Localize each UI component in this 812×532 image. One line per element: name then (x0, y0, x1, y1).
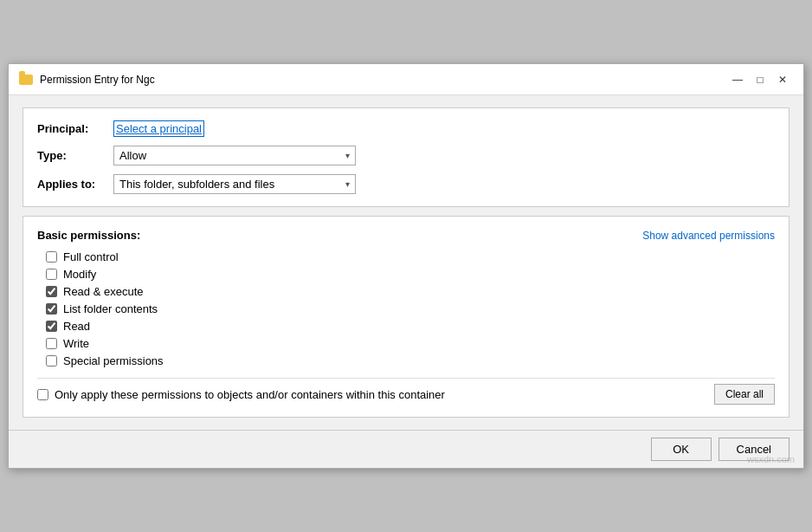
watermark: wsxdn.com (747, 454, 795, 464)
checkbox-modify[interactable] (46, 269, 57, 280)
ok-button[interactable]: OK (651, 438, 712, 461)
checkbox-label-read-execute: Read & execute (63, 285, 144, 298)
checkbox-read[interactable] (46, 321, 57, 332)
type-value: Allow (119, 149, 146, 162)
type-label: Type: (37, 149, 106, 162)
checkbox-label-list-folder-contents: List folder contents (63, 302, 158, 315)
checkbox-read-execute[interactable] (46, 286, 57, 297)
principal-row: Principal: Select a principal (37, 120, 775, 137)
only-apply-row: Only apply these permissions to objects … (37, 388, 445, 401)
permissions-title: Basic permissions: (37, 229, 140, 242)
footer-area: OK Cancel wsxdn.com (9, 430, 803, 468)
checkbox-item-full-control[interactable]: Full control (46, 250, 775, 263)
checkbox-label-special-permissions: Special permissions (63, 354, 164, 367)
permission-entry-dialog: Permission Entry for Ngc — □ ✕ Principal… (8, 63, 804, 469)
permissions-section: Basic permissions: Show advanced permiss… (23, 216, 789, 418)
bottom-row: Only apply these permissions to objects … (37, 378, 775, 405)
title-bar-left: Permission Entry for Ngc (19, 73, 155, 87)
maximize-button[interactable]: □ (750, 69, 770, 90)
applies-to-dropdown[interactable]: This folder, subfolders and files ▾ (113, 174, 356, 194)
type-row: Type: Allow ▾ (37, 146, 775, 165)
principal-label: Principal: (37, 122, 106, 135)
clear-all-button[interactable]: Clear all (714, 384, 775, 405)
show-advanced-link[interactable]: Show advanced permissions (642, 230, 775, 242)
window-title: Permission Entry for Ngc (40, 74, 155, 86)
checkbox-list-folder-contents[interactable] (46, 303, 57, 315)
applies-to-label: Applies to: (37, 178, 106, 191)
applies-to-value: This folder, subfolders and files (119, 178, 274, 191)
checkbox-write[interactable] (46, 338, 57, 349)
applies-to-dropdown-arrow: ▾ (345, 179, 350, 189)
checkbox-label-read: Read (63, 320, 90, 333)
checkbox-item-read[interactable]: Read (46, 320, 775, 333)
close-button[interactable]: ✕ (772, 69, 793, 90)
only-apply-checkbox[interactable] (37, 389, 48, 400)
checkbox-item-write[interactable]: Write (46, 337, 775, 350)
permissions-checkbox-list: Full control Modify Read & execute List … (37, 250, 775, 367)
title-bar-controls: — □ ✕ (727, 69, 793, 90)
select-principal-link[interactable]: Select a principal (113, 120, 204, 137)
type-dropdown-arrow: ▾ (345, 151, 350, 160)
permissions-header: Basic permissions: Show advanced permiss… (37, 229, 775, 242)
folder-icon (19, 73, 33, 87)
checkbox-item-read-execute[interactable]: Read & execute (46, 285, 775, 298)
checkbox-label-full-control: Full control (63, 250, 119, 263)
only-apply-label: Only apply these permissions to objects … (55, 388, 445, 401)
applies-to-row: Applies to: This folder, subfolders and … (37, 174, 775, 194)
checkbox-label-write: Write (63, 337, 89, 350)
minimize-button[interactable]: — (727, 69, 748, 90)
title-bar: Permission Entry for Ngc — □ ✕ (9, 64, 803, 95)
checkbox-item-special-permissions[interactable]: Special permissions (46, 354, 775, 367)
checkbox-label-modify: Modify (63, 268, 96, 281)
checkbox-special-permissions[interactable] (46, 355, 57, 367)
checkbox-item-modify[interactable]: Modify (46, 268, 775, 281)
top-section: Principal: Select a principal Type: Allo… (23, 107, 789, 207)
type-dropdown[interactable]: Allow ▾ (113, 146, 356, 165)
checkbox-full-control[interactable] (46, 251, 57, 263)
window-body: Principal: Select a principal Type: Allo… (9, 95, 803, 430)
checkbox-item-list-folder-contents[interactable]: List folder contents (46, 302, 775, 315)
